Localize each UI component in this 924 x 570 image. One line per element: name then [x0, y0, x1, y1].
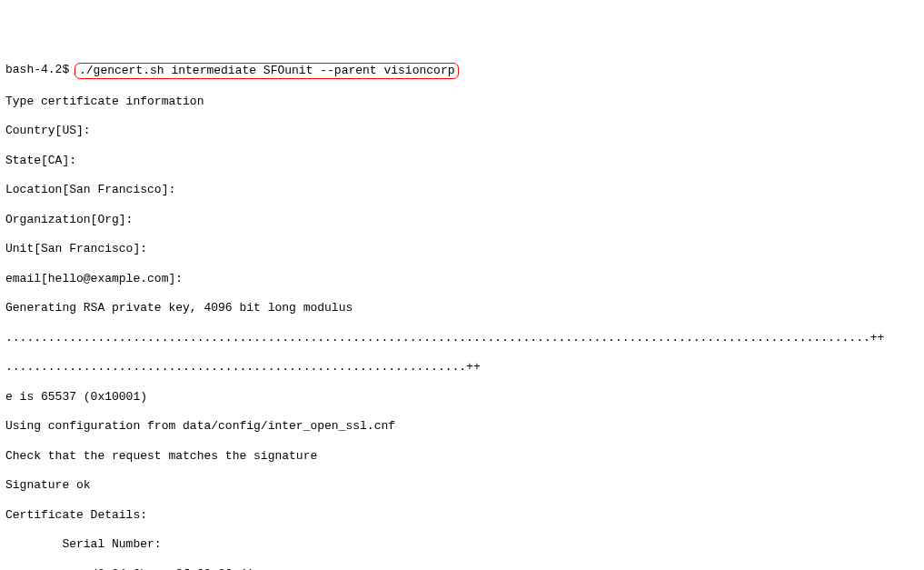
output-line: Signature ok [5, 478, 919, 493]
output-line: Check that the request matches the signa… [5, 449, 919, 464]
output-line: email[hello@example.com]: [5, 272, 919, 286]
output-line: d0:34:6b:ca:3f:69:86:41 [5, 567, 919, 571]
output-line: ........................................… [5, 331, 919, 345]
output-line: ........................................… [5, 360, 919, 375]
command-line: bash-4.2$ ./gencert.sh intermediate SFOu… [5, 63, 919, 79]
output-line: e is 65537 (0x10001) [5, 390, 919, 405]
output-line: Generating RSA private key, 4096 bit lon… [5, 301, 919, 315]
output-line: Serial Number: [5, 537, 919, 552]
output-line: Type certificate information [5, 95, 919, 109]
output-line: Certificate Details: [5, 508, 919, 523]
output-line: Location[San Francisco]: [5, 183, 919, 197]
highlighted-command: ./gencert.sh intermediate SFOunit --pare… [75, 63, 459, 79]
output-line: Unit[San Francisco]: [5, 242, 919, 256]
output-line: State[CA]: [5, 154, 919, 168]
output-line: Using configuration from data/config/int… [5, 419, 919, 434]
output-line: Organization[Org]: [5, 213, 919, 227]
shell-prompt: bash-4.2$ [5, 63, 76, 77]
output-line: Country[US]: [5, 124, 919, 138]
